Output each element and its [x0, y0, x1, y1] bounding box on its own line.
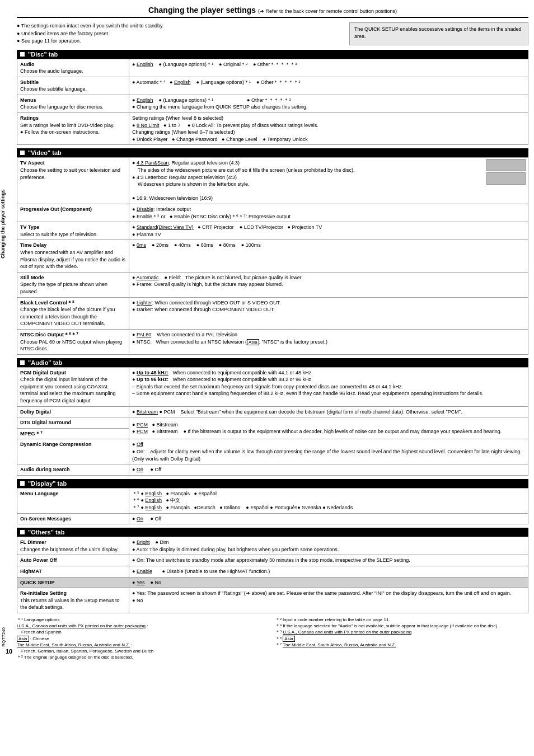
- disc-tab-header: "Disc" tab: [17, 50, 528, 59]
- row-options: ● English ● (Language options)＊¹ ● Origi…: [129, 59, 528, 77]
- row-label: Black Level Control＊⁵: [20, 299, 126, 307]
- audio-tab-section: "Audio" tab PCM Digital Output Check the…: [17, 358, 528, 476]
- row-desc: Choose the setting to suit your televisi…: [20, 167, 120, 180]
- table-row: DTS Digital Surround ● PCM ● Bitstream ●…: [17, 417, 528, 429]
- row-desc: This returns all values in the Setup men…: [20, 598, 120, 611]
- row-options: ● Yes: The password screen is shown if "…: [129, 588, 528, 613]
- row-label: HighMAT: [20, 568, 126, 575]
- row-label: Auto Power Off: [20, 557, 126, 564]
- footnote-col-left: ＊¹ Language options U.S.A., Canada and u…: [17, 617, 270, 660]
- page-number: 10: [6, 648, 12, 655]
- row-options: ● On ● Off: [129, 464, 528, 476]
- audio-tab-header: "Audio" tab: [17, 358, 528, 367]
- display-tab-header: "Display" tab: [17, 479, 528, 488]
- row-options: ● PAL60: When connected to a PAL televis…: [129, 329, 528, 354]
- table-row: Menus Choose the language for disc menus…: [17, 95, 528, 112]
- row-label: PCM Digital Output: [20, 369, 126, 377]
- disc-table: Audio Choose the audio language. ● Engli…: [17, 59, 528, 145]
- row-options: ● 4:3 Pan&Scan: Regular aspect televisio…: [129, 158, 528, 204]
- page-title: Changing the player settings (➜ Refer to…: [17, 6, 528, 18]
- page: Changing the player settings 10 RQT7240 …: [0, 0, 534, 666]
- table-row: On-Screen Messages ● On ● Off: [17, 513, 528, 524]
- row-label: Audio during Search: [20, 466, 126, 473]
- row-options: ● Yes ● No: [129, 577, 528, 588]
- row-label: QUICK SETUP: [20, 579, 126, 586]
- row-label: Menu Language: [20, 490, 126, 497]
- row-desc: Changes the brightness of the unit's dis…: [20, 547, 119, 552]
- row-options: ● Automatic＊⁴ ● English ● (Language opti…: [129, 77, 528, 95]
- page-subtitle: (➜ Refer to the back cover for remote co…: [258, 8, 397, 14]
- table-row: PCM Digital Output Check the digital inp…: [17, 367, 528, 406]
- row-options: ● Enable ● Disable (Unable to use the Hi…: [129, 566, 528, 577]
- row-label: Ratings: [20, 115, 126, 122]
- row-options: ● Off ● On: Adjusts for clarity even whe…: [129, 439, 528, 464]
- intro-box: The QUICK SETUP enables successive setti…: [349, 22, 528, 45]
- row-desc: Change the black level of the picture if…: [20, 307, 115, 326]
- footnote-section: ＊¹ Language options U.S.A., Canada and u…: [17, 617, 528, 660]
- model-number: RQT7240: [1, 627, 6, 647]
- table-row: HighMAT ● Enable ● Disable (Unable to us…: [17, 566, 528, 577]
- row-options: ● Bitstream ● PCM Select "Bitstream" whe…: [129, 406, 528, 417]
- table-row: Subtitle Choose the subtitle language. ●…: [17, 77, 528, 95]
- row-label: Still Mode: [20, 274, 126, 281]
- footnote-1a-text: French and Spanish: [17, 629, 270, 635]
- row-desc: Choose the audio language.: [20, 68, 83, 74]
- row-label: TV Aspect: [20, 159, 126, 167]
- row-label: Audio: [20, 61, 126, 68]
- table-row: Progressive Out (Component) ● Disable: I…: [17, 204, 528, 222]
- table-row: TV Type Select to suit the type of telev…: [17, 222, 528, 240]
- table-row: Still Mode Specify the type of picture s…: [17, 272, 528, 297]
- row-desc: Choose the subtitle language.: [20, 86, 87, 92]
- footnote-5: ＊⁵ U.S.A., Canada and units with PX prin…: [275, 629, 528, 635]
- table-row: NTSC Disc Output＊⁶＊⁷ Choose PAL 60 or NT…: [17, 329, 528, 354]
- intro-bullet-3: ● See page 11 for operation.: [17, 37, 344, 45]
- row-options: ＊⁵ ● English ● Français ● Español ＊⁶ ● E…: [129, 488, 528, 513]
- table-row: QUICK SETUP ● Yes ● No: [17, 577, 528, 588]
- row-label: On-Screen Messages: [20, 515, 126, 523]
- video-tab-section: "Video" tab TV Aspect Choose the setting…: [17, 148, 528, 354]
- row-label: Dolby Digital: [20, 408, 126, 416]
- footnote-6: ＊⁶ Asia: [275, 636, 528, 642]
- row-label: Menus: [20, 97, 126, 104]
- row-desc: Check the digital input limitations of t…: [20, 377, 116, 403]
- row-options: ● Automatic ● Field: The picture is not …: [129, 272, 528, 297]
- table-row: Audio Choose the audio language. ● Engli…: [17, 59, 528, 77]
- row-desc: Set a ratings level to limit DVD-Video p…: [20, 123, 114, 135]
- row-options: ● PCM ● Bitstream ● PCM ● Bitstream ● If…: [129, 417, 528, 439]
- table-row: Ratings Set a ratings level to limit DVD…: [17, 113, 528, 145]
- others-tab-header: "Others" tab: [17, 528, 528, 537]
- row-desc: Specify the type of picture shown when p…: [20, 281, 107, 294]
- table-row: Dynamic Range Compression ● Off ● On: Ad…: [17, 439, 528, 464]
- others-table: FL Dimmer Changes the brightness of the …: [17, 537, 528, 613]
- row-desc: When connected with an AV amplifier and …: [20, 250, 125, 269]
- row-options: ● Bright ● Dim ● Auto: The display is di…: [129, 537, 528, 555]
- footnote-1a: U.S.A., Canada and units with PX printed…: [17, 623, 270, 629]
- row-options: ● Lighter: When connected through VIDEO …: [129, 297, 528, 329]
- intro-bullet-2: ● Underlined items are the factory prese…: [17, 30, 344, 38]
- footnote-1c-text: French, German, Italian, Spanish, Portug…: [17, 648, 270, 654]
- footnote-2: ＊² The original language designed on the…: [17, 654, 270, 660]
- disc-tab-section: "Disc" tab Audio Choose the audio langua…: [17, 50, 528, 145]
- row-options: ● Up to 48 kHz: When connected to equipm…: [129, 367, 528, 406]
- table-row: TV Aspect Choose the setting to suit you…: [17, 158, 528, 204]
- others-tab-section: "Others" tab FL Dimmer Changes the brigh…: [17, 528, 528, 613]
- table-row: Dolby Digital ● Bitstream ● PCM Select "…: [17, 406, 528, 417]
- row-desc: Choose the language for disc menus.: [20, 104, 104, 110]
- footnote-1b: Asia : Chinese: [17, 636, 270, 642]
- row-label: Dynamic Range Compression: [20, 441, 126, 448]
- row-options: ● On: The unit switches to standby mode …: [129, 555, 528, 566]
- row-options: ● 0ms ● 20ms ● 40ms ● 60ms ● 80ms ● 100m…: [129, 240, 528, 272]
- intro-bullet-1: ● The settings remain intact even if you…: [17, 22, 344, 30]
- row-label: Time Delay: [20, 242, 126, 249]
- footnote-7: ＊⁷ The Middle East, South Africa, Russia…: [275, 642, 528, 648]
- row-label: Subtitle: [20, 79, 126, 86]
- row-desc: Choose PAL 60 or NTSC output when playin…: [20, 339, 122, 352]
- row-label: Progressive Out (Component): [20, 206, 126, 213]
- row-label: Re-Initialize Setting: [20, 590, 126, 597]
- video-tab-header: "Video" tab: [17, 148, 528, 157]
- row-options: ● On ● Off: [129, 513, 528, 524]
- video-table: TV Aspect Choose the setting to suit you…: [17, 157, 528, 354]
- row-label: DTS Digital Surround: [20, 419, 126, 426]
- row-options: ● Disable: Interlace output ● Enable＊⁵ o…: [129, 204, 528, 222]
- row-options: Setting ratings (When level 8 is selecte…: [129, 113, 528, 145]
